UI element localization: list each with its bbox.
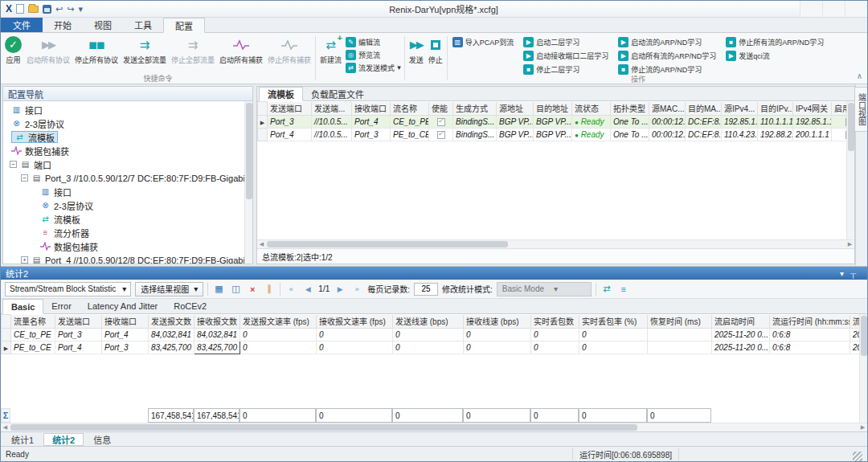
collapse-expander-icon[interactable] [21,174,28,182]
col-header[interactable]: 实时丢包数 [531,315,579,329]
tab-error[interactable]: Error [43,299,79,313]
tree-item-interface[interactable]: 接口 [3,103,252,117]
stats-row-pe-to-ce[interactable]: ▶ PE_to_CE Port_4 Port_3 83,425,700 83,4… [2,341,868,354]
pause-refresh-icon[interactable] [263,283,276,296]
stats-horizontal-scrollbar[interactable]: ◀ ▶ [1,423,867,431]
stop-all-protocols-button[interactable]: 停止所有协议 [72,34,121,65]
tab-view[interactable]: 视图 [83,18,123,32]
stream-send-mode-button[interactable]: 流发送模式 [346,62,401,73]
cell[interactable]: 192.85.1.1 [793,116,832,129]
save-icon[interactable] [43,5,51,14]
cell[interactable]: 192.88.2... [758,129,793,141]
col-header[interactable]: 接收端口 [102,315,149,329]
enabled-checkbox[interactable] [437,118,445,126]
cell[interactable]: 0 [317,329,393,341]
tab-stream-template[interactable]: 流模板 [259,87,303,101]
cell[interactable]: Port_3 [268,116,312,129]
cell[interactable]: 0 [393,341,464,354]
col-header[interactable]: 拓扑类型 [611,102,649,116]
col-header[interactable]: 生成方式 [453,102,497,116]
cell[interactable]: //10.0.5... [312,129,352,141]
statistics-mode-dropdown[interactable]: Basic Mode [497,282,592,296]
cell[interactable]: 110.4.23... [722,129,758,141]
col-header[interactable]: 发送端... [312,102,352,116]
next-page-icon[interactable] [334,283,346,296]
stop-all-captures-button[interactable]: 停止所有捕获 [265,34,313,65]
start-l2-learning-button[interactable]: 启动二层学习 [523,36,608,47]
new-file-icon[interactable] [16,4,24,14]
cell[interactable]: BGP VP... [534,129,572,141]
tab-config[interactable]: 配置 [163,18,205,33]
col-header[interactable]: 流状态 [572,102,611,116]
cell[interactable]: DC:EF:8... [686,129,722,141]
cell[interactable]: Port_4 [268,129,312,141]
apply-mode-icon[interactable] [600,283,613,296]
scroll-right-icon[interactable]: ▶ [845,240,854,248]
stop-stream-arp-nd-button[interactable]: 停止流的ARP/ND学习 [618,63,716,75]
cell[interactable]: Port_3 [55,329,102,341]
cell[interactable]: CE_to_PE [11,329,55,341]
col-header[interactable]: 发送端口 [55,315,102,329]
cell[interactable]: 84,032,841 [149,329,194,341]
cell[interactable]: 0 [464,329,531,341]
open-folder-icon[interactable] [28,6,39,13]
col-header[interactable]: 实时丢包率 (%) [579,315,648,329]
tree-item-port3-protocol[interactable]: 2-3层协议 [3,198,252,212]
send-all-traffic-button[interactable]: 发送全部流量 [121,34,169,65]
cell[interactable]: BindingS... [453,129,497,141]
tree-item-port3[interactable]: Port_3 //10.0.5.90/12/7 DC:EF:80:7F:D9:F… [3,171,252,185]
start-rx-port-l2-learning-button[interactable]: 启动接收端口二层学习 [523,50,608,61]
tree-item-port3-analyzer[interactable]: 流分析器 [3,226,252,239]
start-all-streams-arp-nd-button[interactable]: 启动所有流的ARP/ND学习 [618,50,716,61]
page-size-input[interactable] [414,283,438,296]
cell[interactable]: 2025-11-20 0... [712,341,770,354]
cell[interactable]: 0 [579,341,648,354]
scroll-left-icon[interactable]: ◀ [257,240,266,248]
collapse-expander-icon[interactable] [10,161,17,168]
cell[interactable]: 0:6:8 [770,329,850,341]
col-header[interactable]: 流名称 [391,102,429,116]
scroll-left-icon[interactable]: ◀ [1,423,10,431]
cell[interactable]: Port_3 [102,341,149,354]
tab-statistics2[interactable]: 统计2 [43,433,84,446]
tab-load-profile[interactable]: 负载配置文件 [303,87,372,100]
edit-columns-icon[interactable] [212,283,225,296]
cell[interactable]: BindingS... [453,116,497,129]
cell[interactable]: BGP VP... [534,116,572,129]
tree-item-stream-template[interactable]: 流模板 [3,130,252,144]
col-header[interactable]: 目的MA... [686,102,722,116]
tree-item-port4[interactable]: Port_4 //10.0.5.90/12/8 DC:EF:80:7F:D9:F… [3,253,252,264]
tree-item-protocol[interactable]: 2-3层协议 [3,117,252,130]
maximize-button[interactable] [822,1,845,17]
stats-vertical-scrollbar[interactable] [859,314,867,431]
cell[interactable]: BGP VP... [497,116,534,129]
statistic-view-selector[interactable]: Stream/Stream Block Statistic [5,282,131,296]
edit-stream-button[interactable]: 编辑流 [346,36,401,47]
save-results-icon[interactable] [229,283,242,296]
tab-latency-jitter[interactable]: Latency And Jitter [80,299,166,313]
cell[interactable]: 2025-11-20 0... [712,329,770,341]
redo-icon[interactable] [67,4,74,14]
cell[interactable]: //10.0.5... [312,116,352,129]
col-header[interactable]: 使能 [429,102,453,116]
cell[interactable]: Port_4 [102,329,149,341]
select-result-view-button[interactable]: 选择结果视图 [135,282,203,296]
cell[interactable]: 0:6:8 [770,341,850,354]
cell[interactable]: 0 [464,341,531,354]
cell[interactable]: 00:00:12... [649,116,686,129]
stream-row-ce-to-pe[interactable]: ▶ Port_3 //10.0.5... Port_4 CE_to_PE Bin… [258,116,855,129]
col-header[interactable]: 发送端口 [268,102,312,116]
col-header[interactable]: 接收端口 [352,102,391,116]
tab-rocev2[interactable]: RoCEv2 [166,299,215,313]
cell[interactable]: DC:EF:8... [686,116,722,129]
col-header[interactable]: IPv4网关 [793,102,832,116]
cell[interactable]: 0 [531,341,579,354]
tree-item-port3-interface[interactable]: 接口 [3,185,252,198]
col-header[interactable]: 流启动时间 [712,315,770,329]
col-header[interactable]: 目的IPv... [758,102,793,116]
stop-all-streams-arp-nd-button[interactable]: 停止所有流的ARP/ND学习 [726,36,824,47]
last-page-icon[interactable] [350,283,363,296]
cell[interactable]: Port_4 [55,341,102,354]
cell[interactable]: 83,425,700 [149,341,194,354]
tree-vertical-scrollbar[interactable] [244,101,252,264]
